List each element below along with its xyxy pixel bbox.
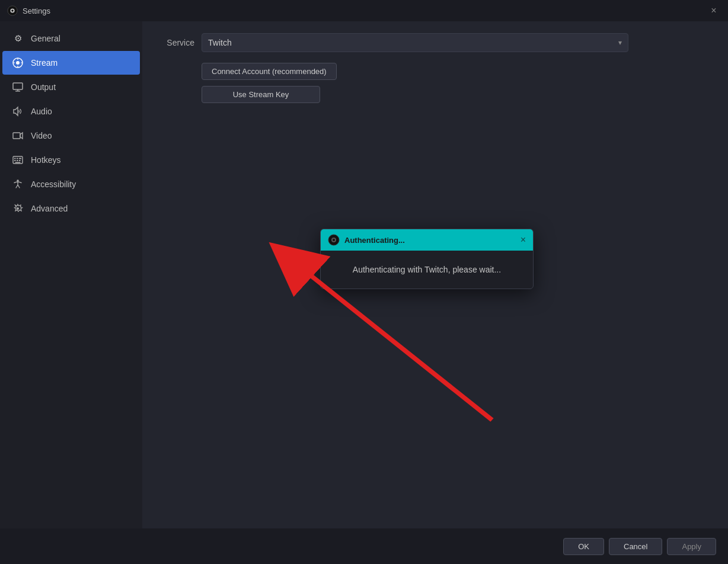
stream-icon bbox=[12, 57, 24, 69]
auth-close-button[interactable]: × bbox=[521, 235, 526, 245]
svg-rect-16 bbox=[15, 162, 21, 164]
sidebar-label-video: Video bbox=[31, 131, 52, 140]
content-area: ⚙ General Stream bbox=[0, 21, 728, 528]
service-value: Twitch bbox=[208, 38, 232, 47]
sidebar-label-audio: Audio bbox=[31, 107, 52, 116]
auth-dialog-title: Authenticating... bbox=[344, 236, 405, 245]
buttons-row: Connect Account (recommended) Use Stream… bbox=[202, 63, 711, 103]
output-icon bbox=[12, 81, 24, 93]
settings-window: Settings × ⚙ General Stream bbox=[0, 0, 728, 564]
svg-point-4 bbox=[16, 61, 20, 65]
sidebar-item-video[interactable]: Video bbox=[2, 124, 140, 148]
svg-point-2 bbox=[11, 9, 14, 12]
apply-button[interactable]: Apply bbox=[667, 538, 716, 555]
svg-point-18 bbox=[17, 207, 19, 210]
sidebar-item-accessibility[interactable]: Accessibility bbox=[2, 172, 140, 196]
titlebar: Settings × bbox=[0, 0, 728, 21]
sidebar-label-advanced: Advanced bbox=[31, 204, 68, 213]
obs-icon bbox=[328, 234, 340, 246]
auth-dialog-header: Authenticating... × bbox=[321, 229, 533, 251]
cancel-button[interactable]: Cancel bbox=[609, 538, 662, 555]
accessibility-icon bbox=[12, 178, 24, 190]
sidebar-item-output[interactable]: Output bbox=[2, 75, 140, 99]
svg-rect-12 bbox=[19, 158, 21, 159]
svg-rect-15 bbox=[19, 160, 21, 161]
gear-icon: ⚙ bbox=[12, 33, 24, 44]
service-row: Service Twitch ▾ bbox=[159, 33, 711, 52]
svg-rect-5 bbox=[13, 83, 23, 89]
audio-icon bbox=[12, 105, 24, 117]
use-stream-key-button[interactable]: Use Stream Key bbox=[202, 86, 320, 103]
svg-rect-13 bbox=[14, 160, 16, 161]
main-panel: Service Twitch ▾ Connect Account (recomm… bbox=[142, 21, 728, 528]
auth-dialog-body: Authenticating with Twitch, please wait.… bbox=[321, 251, 533, 289]
auth-dialog: Authenticating... × Authenticating with … bbox=[320, 229, 534, 289]
sidebar-item-hotkeys[interactable]: Hotkeys bbox=[2, 148, 140, 172]
sidebar-label-stream: Stream bbox=[31, 58, 58, 68]
svg-rect-6 bbox=[15, 91, 20, 92]
svg-rect-11 bbox=[17, 158, 18, 159]
sidebar-item-stream[interactable]: Stream bbox=[2, 51, 140, 75]
service-select[interactable]: Twitch ▾ bbox=[202, 33, 628, 52]
window-title: Settings bbox=[23, 7, 707, 15]
sidebar-label-accessibility: Accessibility bbox=[31, 180, 76, 189]
svg-point-17 bbox=[17, 180, 19, 182]
sidebar-label-hotkeys: Hotkeys bbox=[31, 155, 61, 165]
video-icon bbox=[12, 130, 24, 142]
chevron-down-icon: ▾ bbox=[618, 39, 622, 47]
ok-button[interactable]: OK bbox=[563, 538, 604, 555]
sidebar-item-advanced[interactable]: Advanced bbox=[2, 197, 140, 220]
sidebar-item-general[interactable]: ⚙ General bbox=[2, 27, 140, 50]
svg-rect-10 bbox=[14, 158, 16, 159]
svg-rect-8 bbox=[13, 133, 20, 139]
close-button[interactable]: × bbox=[707, 4, 721, 18]
connect-account-button[interactable]: Connect Account (recommended) bbox=[202, 63, 337, 80]
auth-title-row: Authenticating... bbox=[328, 234, 405, 246]
advanced-icon bbox=[12, 203, 24, 214]
sidebar: ⚙ General Stream bbox=[0, 21, 142, 528]
sidebar-item-audio[interactable]: Audio bbox=[2, 100, 140, 123]
sidebar-label-output: Output bbox=[31, 82, 56, 92]
svg-rect-14 bbox=[17, 160, 18, 161]
sidebar-label-general: General bbox=[31, 34, 60, 43]
bottom-bar: OK Cancel Apply bbox=[0, 528, 728, 564]
app-icon bbox=[7, 5, 18, 16]
hotkeys-icon bbox=[12, 154, 24, 166]
service-label: Service bbox=[159, 38, 194, 47]
svg-point-21 bbox=[333, 239, 335, 241]
